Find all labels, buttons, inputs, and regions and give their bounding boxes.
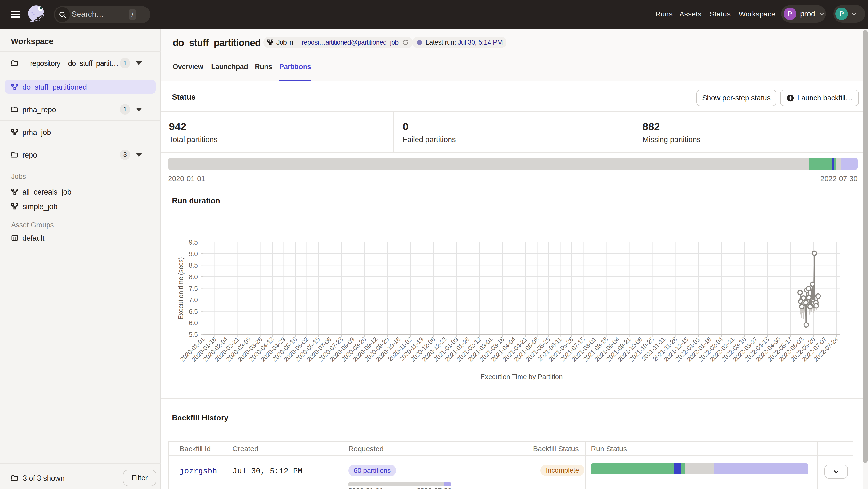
svg-text:9.0: 9.0 <box>189 250 198 258</box>
svg-text:8.0: 8.0 <box>189 273 198 281</box>
svg-text:6.0: 6.0 <box>189 319 198 327</box>
svg-text:8.5: 8.5 <box>189 262 198 269</box>
svg-text:Execution time (secs): Execution time (secs) <box>177 257 185 320</box>
svg-text:Execution Time by Partition: Execution Time by Partition <box>480 373 562 381</box>
svg-text:6.5: 6.5 <box>189 308 198 315</box>
svg-text:9.5: 9.5 <box>189 239 198 246</box>
svg-text:5.5: 5.5 <box>189 331 198 338</box>
svg-text:7.0: 7.0 <box>189 296 198 304</box>
svg-text:7.5: 7.5 <box>189 285 198 292</box>
